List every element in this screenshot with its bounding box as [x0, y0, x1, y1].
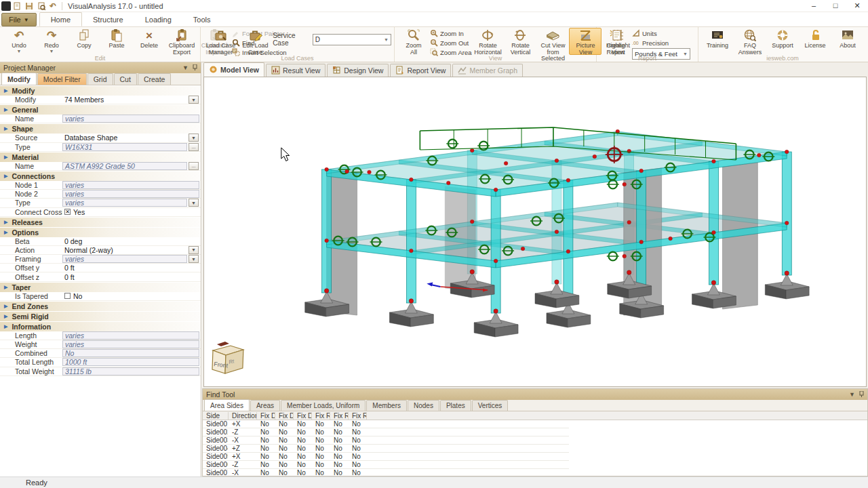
pin-icon[interactable] — [193, 64, 197, 72]
faq-answers-button[interactable]: FAQ Answers — [734, 28, 766, 55]
tab-design-view[interactable]: Design View — [327, 64, 389, 77]
find-tab-members[interactable]: Members — [366, 400, 407, 411]
panel-tab-cut[interactable]: Cut — [114, 73, 137, 85]
column-header-side[interactable]: Side — [203, 412, 229, 420]
close-button[interactable]: ✕ — [846, 0, 868, 12]
checkbox-icon[interactable] — [64, 293, 71, 299]
section-header-information[interactable]: Information — [0, 321, 201, 331]
license-button[interactable]: License — [799, 28, 831, 55]
property-value[interactable]: No — [62, 292, 199, 300]
service-case-dropdown[interactable]: D▼ — [313, 34, 391, 45]
undo-button[interactable]: ↶Undo▼ — [3, 28, 35, 55]
zoom-in-button[interactable]: Zoom In — [430, 29, 471, 38]
column-header-fix-rz[interactable]: Fix RZ — [349, 412, 367, 420]
units-button[interactable]: Units — [632, 29, 690, 38]
dropdown-button[interactable]: ▼ — [189, 134, 199, 142]
rotate-vertical-button[interactable]: Rotate Vertical — [504, 28, 536, 55]
dropdown-button[interactable]: ▼ — [189, 199, 199, 207]
tab-report-view[interactable]: Report View — [390, 64, 451, 77]
load-case-manager-button[interactable]: Load Case Manager — [203, 28, 238, 55]
property-value[interactable]: varies — [62, 331, 199, 340]
ellipsis-button[interactable]: ... — [189, 143, 199, 151]
checkbox-checked-icon[interactable]: ✕ — [64, 209, 71, 215]
help-button[interactable]: ?Help — [864, 28, 868, 55]
model-canvas[interactable]: Front Rt — [203, 77, 867, 387]
tab-home[interactable]: Home — [39, 12, 82, 26]
support-button[interactable]: Support — [766, 28, 799, 55]
property-value[interactable]: varies — [62, 181, 199, 189]
create-report-button[interactable]: Create Report — [599, 28, 632, 55]
property-value[interactable]: 31115 lb — [62, 367, 199, 375]
find-tab-member-loads-uniform[interactable]: Member Loads, Uniform — [281, 400, 366, 411]
section-header-connections[interactable]: Connections — [0, 171, 201, 181]
training-button[interactable]: Training — [701, 28, 734, 55]
column-header-fix-ry[interactable]: Fix RY — [330, 412, 349, 420]
property-value[interactable]: W16X31 — [62, 143, 187, 151]
section-header-general[interactable]: General — [0, 104, 201, 115]
orientation-cube[interactable]: Front Rt — [212, 342, 243, 373]
property-value[interactable]: ✕Yes — [62, 208, 199, 216]
column-header-fix-dy[interactable]: Fix DY — [275, 412, 294, 420]
property-value[interactable]: varies — [62, 199, 187, 207]
property-value[interactable]: Database Shape — [62, 134, 187, 142]
property-value[interactable]: varies — [62, 255, 187, 263]
find-tab-areas[interactable]: Areas — [250, 400, 280, 411]
property-value[interactable]: 74 Members — [62, 96, 187, 104]
redo-button[interactable]: ↷Redo▼ — [35, 28, 68, 55]
column-header-fix-dx[interactable]: Fix DX — [257, 412, 275, 420]
tab-member-graph[interactable]: Member Graph — [452, 64, 523, 77]
copy-button[interactable]: Copy — [68, 28, 100, 55]
property-value[interactable]: varies — [62, 340, 199, 348]
tab-model-view[interactable]: Model View — [203, 62, 264, 77]
property-value[interactable]: Normal (2-way) — [62, 246, 187, 254]
pin-icon[interactable] — [859, 391, 864, 399]
section-header-options[interactable]: Options — [0, 227, 201, 237]
table-row[interactable]: Side007-XNoNoNoNoNoNo — [203, 469, 569, 476]
column-header-fix-rx[interactable]: Fix RX — [312, 412, 330, 420]
rotate-horizontal-button[interactable]: Rotate Horizontal — [471, 28, 504, 55]
section-header-end-zones[interactable]: End Zones — [0, 301, 201, 311]
minimize-button[interactable]: – — [803, 0, 825, 12]
dropdown-button[interactable]: ▼ — [189, 246, 199, 254]
table-row[interactable]: Side005+XNoNoNoNoNoNo — [203, 453, 569, 461]
section-header-shape[interactable]: Shape — [0, 123, 201, 134]
column-header-direction[interactable]: Direction — [229, 412, 257, 420]
property-value[interactable]: varies — [62, 115, 199, 123]
table-row[interactable]: Side001+XNoNoNoNoNoNo — [203, 420, 569, 428]
property-value[interactable]: No — [62, 349, 199, 357]
dropdown-button[interactable]: ▼ — [189, 96, 199, 104]
table-row[interactable]: Side003-XNoNoNoNoNoNo — [203, 436, 569, 445]
column-header-fix-dz[interactable]: Fix DZ — [294, 412, 312, 420]
section-header-modify[interactable]: Modify — [0, 85, 201, 96]
save-icon[interactable] — [25, 2, 33, 10]
property-value[interactable]: 0 ft — [62, 273, 199, 281]
new-file-icon[interactable] — [13, 2, 21, 10]
panel-tab-create[interactable]: Create — [138, 73, 172, 85]
panel-menu-icon[interactable]: ▼ — [849, 391, 855, 398]
precision-button[interactable]: .00Precision — [632, 39, 690, 47]
about-button[interactable]: About — [831, 28, 864, 55]
delete-button[interactable]: ×Delete — [133, 28, 165, 55]
property-value[interactable]: 0 ft — [62, 264, 199, 272]
property-value[interactable]: 0 deg — [62, 237, 199, 245]
section-header-releases[interactable]: Releases — [0, 217, 201, 227]
panel-menu-icon[interactable]: ▼ — [182, 64, 189, 71]
property-value[interactable]: varies — [62, 190, 199, 198]
property-value[interactable]: ASTM A992 Grade 50 — [62, 162, 187, 170]
section-header-taper[interactable]: Taper — [0, 282, 201, 292]
find-tab-plates[interactable]: Plates — [440, 400, 471, 411]
file-menu-button[interactable]: File▼ — [1, 13, 37, 26]
property-value[interactable]: 1000 ft — [62, 358, 199, 366]
maximize-button[interactable]: □ — [825, 0, 846, 12]
panel-tab-grid[interactable]: Grid — [87, 73, 113, 85]
panel-tab-modify[interactable]: Modify — [1, 73, 37, 85]
print-preview-icon[interactable] — [37, 2, 45, 10]
tab-structure[interactable]: Structure — [82, 12, 134, 26]
section-header-semi-rigid[interactable]: Semi Rigid — [0, 311, 201, 321]
table-row[interactable]: Side004+ZNoNoNoNoNoNo — [203, 445, 569, 453]
zoom-out-button[interactable]: Zoom Out — [430, 39, 471, 47]
paste-button[interactable]: Paste — [100, 28, 133, 55]
panel-tab-model-filter[interactable]: Model Filter — [37, 73, 87, 85]
cut-view-from-selected-button[interactable]: Cut View from Selected — [536, 28, 569, 55]
quick-undo-icon[interactable]: ↶ — [50, 2, 56, 10]
